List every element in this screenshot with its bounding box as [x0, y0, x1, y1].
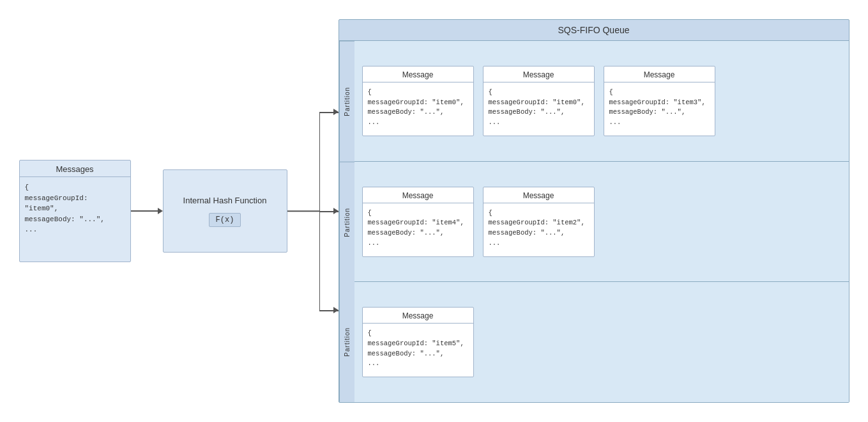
- msg-content-1-1: {messageGroupId: "item0",messageBody: ".…: [363, 82, 473, 136]
- partition-row-1: Message {messageGroupId: "item0",message…: [354, 41, 849, 162]
- partition-label-1: Partition: [339, 41, 354, 162]
- msg-content-1-2: {messageGroupId: "item0",messageBody: ".…: [483, 82, 594, 136]
- msg-title-1-2: Message: [483, 66, 594, 82]
- arrow-head-bot: [333, 307, 339, 313]
- msg-title-1-3: Message: [604, 66, 715, 82]
- messages-title: Messages: [20, 160, 130, 177]
- sqs-queue: SQS-FIFO Queue Partition Partition Parti…: [339, 19, 849, 403]
- msg-title-2-1: Message: [363, 187, 473, 203]
- arrow-1: [131, 208, 163, 214]
- msg-content-1-3: {messageGroupId: "item3",messageBody: ".…: [604, 82, 715, 136]
- hash-title: Internal Hash Function: [183, 196, 267, 205]
- hash-function-box: Internal Hash Function F(x): [163, 169, 287, 253]
- msg-title-3-1: Message: [363, 308, 473, 324]
- partition-labels: Partition Partition Partition: [339, 41, 354, 402]
- msg-content-2-2: {messageGroupId: "item2",messageBody: ".…: [483, 203, 594, 256]
- diagram: Messages {messageGroupId: "item0",messag…: [19, 13, 849, 409]
- connector-area: [287, 19, 339, 403]
- msg-content-3-1: {messageGroupId: "item5",messageBody: ".…: [363, 324, 473, 377]
- sqs-body: Partition Partition Partition Message {m…: [339, 41, 849, 402]
- msg-title-1-1: Message: [363, 66, 473, 82]
- partitions-content: Message {messageGroupId: "item0",message…: [354, 41, 849, 402]
- arrow-head-mid: [333, 208, 339, 214]
- hash-badge: F(x): [209, 213, 241, 227]
- partition-label-3: Partition: [339, 282, 354, 402]
- messages-box: Messages {messageGroupId: "item0",messag…: [19, 160, 131, 262]
- arrow-head-top: [333, 109, 339, 115]
- message-card-1-2: Message {messageGroupId: "item0",message…: [483, 66, 595, 136]
- sqs-title: SQS-FIFO Queue: [339, 20, 849, 41]
- partition-row-3: Message {messageGroupId: "item5",message…: [354, 282, 849, 402]
- msg-title-2-2: Message: [483, 187, 594, 203]
- messages-content: {messageGroupId: "item0",messageBody: ".…: [20, 177, 130, 262]
- message-card-1-1: Message {messageGroupId: "item0",message…: [362, 66, 474, 136]
- message-card-1-3: Message {messageGroupId: "item3",message…: [604, 66, 715, 136]
- message-card-2-2: Message {messageGroupId: "item2",message…: [483, 187, 595, 257]
- partition-label-2: Partition: [339, 162, 354, 283]
- msg-content-2-1: {messageGroupId: "item4",messageBody: ".…: [363, 203, 473, 256]
- connector-h1: [287, 210, 319, 212]
- message-card-2-1: Message {messageGroupId: "item4",message…: [362, 187, 474, 257]
- message-card-3-1: Message {messageGroupId: "item5",message…: [362, 307, 474, 377]
- arrow-line-1: [131, 210, 158, 212]
- partition-row-2: Message {messageGroupId: "item4",message…: [354, 162, 849, 283]
- arrow-head-1: [158, 208, 163, 214]
